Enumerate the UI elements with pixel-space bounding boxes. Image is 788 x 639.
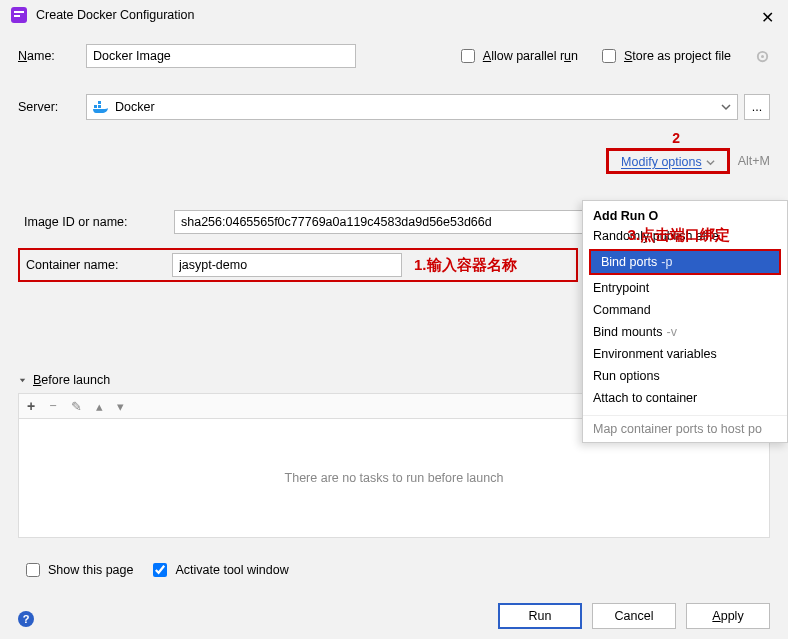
popup-item[interactable]: Attach to container [583, 387, 787, 409]
modify-options-link[interactable]: Modify options [606, 148, 730, 174]
activate-tw-label: Activate tool window [175, 563, 288, 577]
activate-tw-checkbox[interactable]: Activate tool window [149, 560, 288, 580]
popup-item[interactable]: Environment variables [583, 343, 787, 365]
server-value: Docker [115, 100, 721, 114]
before-launch-placeholder: There are no tasks to run before launch [285, 471, 504, 485]
activate-tw-box[interactable] [153, 563, 167, 577]
chevron-down-icon [18, 376, 27, 385]
server-label: Server: [18, 100, 86, 114]
svg-rect-2 [14, 15, 20, 17]
popup-item[interactable]: Bind mounts-v [583, 321, 787, 343]
show-page-label: Show this page [48, 563, 133, 577]
show-page-box[interactable] [26, 563, 40, 577]
server-select[interactable]: Docker [86, 94, 738, 120]
server-ellipsis-button[interactable]: ... [744, 94, 770, 120]
svg-rect-7 [98, 101, 101, 104]
svg-rect-5 [94, 105, 97, 108]
server-row: Server: Docker ... [18, 94, 770, 120]
add-icon[interactable]: + [27, 398, 35, 414]
container-label: Container name: [26, 258, 172, 272]
allow-parallel-box[interactable] [461, 49, 475, 63]
popup-item[interactable]: Command [583, 299, 787, 321]
remove-icon: − [49, 399, 56, 413]
svg-point-4 [761, 55, 764, 58]
gear-icon[interactable] [755, 49, 770, 64]
allow-parallel-checkbox[interactable]: Allow parallel run [457, 46, 578, 66]
help-icon[interactable]: ? [18, 611, 34, 627]
chevron-down-icon [706, 158, 715, 167]
cancel-label: Cancel [615, 609, 654, 623]
popup-header: Add Run O [583, 207, 787, 225]
store-project-label: Store as project file [624, 49, 731, 63]
up-icon: ▴ [96, 399, 103, 414]
app-icon [10, 6, 28, 24]
close-icon[interactable]: ✕ [761, 8, 774, 27]
annotation-1: 1.输入容器名称 [414, 256, 517, 275]
docker-icon [93, 100, 109, 114]
title-bar: Create Docker Configuration [0, 0, 788, 28]
annotation-3: 3.点击端口绑定 [627, 226, 730, 245]
before-launch-label: Before launch [33, 373, 110, 387]
popup-item[interactable]: Bind ports-p [591, 251, 779, 273]
name-label: Name: [18, 49, 86, 63]
bottom-checks: Show this page Activate tool window [22, 560, 289, 580]
window-title: Create Docker Configuration [36, 8, 194, 22]
modify-options-label: Modify options [621, 155, 702, 169]
store-project-box[interactable] [602, 49, 616, 63]
name-row: Name: Allow parallel run Store as projec… [18, 44, 770, 68]
show-page-checkbox[interactable]: Show this page [22, 560, 133, 580]
allow-parallel-label: Allow parallel run [483, 49, 578, 63]
run-button[interactable]: Run [498, 603, 582, 629]
modify-shortcut: Alt+M [738, 154, 770, 168]
container-row: Container name: 1.输入容器名称 [18, 248, 578, 282]
name-input[interactable] [86, 44, 356, 68]
svg-rect-6 [98, 105, 101, 108]
run-label: Run [529, 609, 552, 623]
image-label: Image ID or name: [24, 215, 174, 229]
popup-footer: Map container ports to host po [583, 415, 787, 442]
store-project-checkbox[interactable]: Store as project file [598, 46, 731, 66]
container-input[interactable] [172, 253, 402, 277]
popup-item[interactable]: Run options [583, 365, 787, 387]
chevron-down-icon[interactable] [721, 102, 731, 112]
popup-item[interactable]: Entrypoint [583, 277, 787, 299]
cancel-button[interactable]: Cancel [592, 603, 676, 629]
edit-icon: ✎ [71, 399, 82, 414]
apply-button[interactable]: Apply [686, 603, 770, 629]
svg-rect-1 [14, 11, 24, 13]
button-bar: Run Cancel Apply [498, 603, 770, 629]
down-icon: ▾ [117, 399, 124, 414]
annotation-2: 2 [672, 130, 680, 146]
content-area: Name: Allow parallel run Store as projec… [0, 28, 788, 148]
